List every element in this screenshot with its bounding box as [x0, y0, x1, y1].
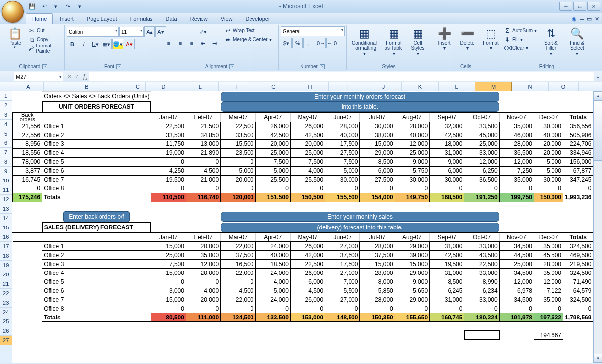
font-launcher[interactable]: ↘: [116, 64, 121, 69]
tab-view[interactable]: View: [215, 14, 239, 24]
scroll-down-button[interactable]: ▼: [594, 354, 602, 363]
orientation-button[interactable]: ⤢▾: [198, 26, 208, 37]
tab-developer[interactable]: Developer: [239, 14, 276, 24]
doc-minimize-button[interactable]: ─: [580, 16, 584, 22]
wrap-text-button[interactable]: ↩Wrap Text: [223, 26, 273, 35]
decrease-indent-button[interactable]: ⇤: [198, 38, 208, 48]
doc-restore-button[interactable]: ▭: [587, 16, 592, 22]
col-header-I[interactable]: I: [329, 82, 365, 91]
tab-home[interactable]: Home: [26, 13, 53, 24]
cancel-formula-icon[interactable]: ✕: [67, 73, 72, 80]
row-header-27[interactable]: 27: [0, 336, 12, 345]
align-right-button[interactable]: ≡: [186, 38, 197, 48]
align-bottom-button[interactable]: ≡: [186, 26, 197, 37]
format-as-table-button[interactable]: ▦Format as Table▾: [382, 26, 405, 57]
cut-button[interactable]: ✂Cut: [27, 26, 62, 35]
col-header-D[interactable]: D: [146, 82, 182, 91]
number-format-select[interactable]: General: [281, 26, 345, 36]
number-launcher[interactable]: ↘: [320, 64, 325, 69]
doc-close-button[interactable]: ✕: [595, 16, 599, 22]
expand-formula-bar[interactable]: ⌄: [594, 73, 602, 80]
row-header-13[interactable]: 13: [0, 204, 12, 214]
col-header-G[interactable]: G: [255, 82, 292, 91]
col-header-J[interactable]: J: [365, 82, 402, 91]
row-header-9[interactable]: 9: [0, 167, 12, 176]
redo-icon[interactable]: ↷: [63, 2, 72, 11]
row-header-4[interactable]: 4: [0, 120, 12, 129]
cell-grid[interactable]: Orders <> Sales <> Back Orders (Units)En…: [12, 91, 593, 363]
name-box[interactable]: M27: [14, 72, 63, 81]
format-painter-button[interactable]: 🖌Format Painter: [27, 44, 62, 52]
fill-button[interactable]: ⬇Fill▾: [503, 35, 538, 44]
col-header-K[interactable]: K: [402, 82, 439, 91]
decrease-decimal-button[interactable]: ←.0: [326, 38, 337, 48]
col-header-B[interactable]: B: [44, 82, 130, 91]
increase-decimal-button[interactable]: .0→: [315, 38, 326, 48]
help-icon[interactable]: ◉: [572, 16, 577, 22]
close-button[interactable]: ✕: [587, 2, 600, 11]
office-button[interactable]: [2, 1, 24, 23]
enter-back-orders-button[interactable]: Enter back orders b/f: [63, 211, 129, 222]
insert-cells-button[interactable]: ➕Insert▾: [433, 26, 455, 52]
row-header-25[interactable]: 25: [0, 317, 12, 326]
accounting-button[interactable]: $▾: [281, 38, 292, 48]
align-top-button[interactable]: ≡: [163, 26, 174, 37]
align-center-button[interactable]: ≡: [175, 38, 186, 48]
row-header-6[interactable]: 6: [0, 138, 12, 148]
increase-indent-button[interactable]: ⇥: [209, 38, 220, 48]
tab-review[interactable]: Review: [184, 14, 214, 24]
row-header-5[interactable]: 5: [0, 129, 12, 138]
paste-button[interactable]: 📋Paste▾: [4, 26, 26, 50]
delete-cells-button[interactable]: ➖Delete▾: [456, 26, 478, 52]
grow-font-button[interactable]: A▴: [144, 26, 155, 37]
fx-icon[interactable]: fx: [83, 72, 87, 81]
scroll-up-button[interactable]: ▲: [594, 91, 602, 100]
row-header-3[interactable]: 3: [0, 110, 12, 120]
save-icon[interactable]: 💾: [28, 2, 37, 11]
conditional-formatting-button[interactable]: ▦Conditional Formatting▾: [349, 26, 380, 57]
merge-center-button[interactable]: ⬌Merge & Center▾: [223, 35, 273, 44]
row-header-8[interactable]: 8: [0, 157, 12, 167]
tab-page-layout[interactable]: Page Layout: [81, 14, 123, 24]
formula-input[interactable]: [89, 72, 594, 81]
row-header-20[interactable]: 20: [0, 270, 12, 279]
tab-formulas[interactable]: Formulas: [124, 14, 159, 24]
row-header-15[interactable]: 15: [0, 223, 12, 232]
border-button[interactable]: ▦▾: [101, 39, 112, 49]
bold-button[interactable]: B: [67, 39, 78, 49]
row-header-19[interactable]: 19: [0, 261, 12, 270]
restore-button[interactable]: ▭: [573, 2, 586, 11]
find-select-button[interactable]: 🔍Find & Select▾: [564, 26, 590, 57]
autosum-button[interactable]: ΣAutoSum▾: [503, 26, 538, 35]
minimize-button[interactable]: ─: [559, 2, 572, 11]
col-header-L[interactable]: L: [439, 82, 475, 91]
align-middle-button[interactable]: ≡: [175, 26, 186, 37]
col-header-N[interactable]: N: [512, 82, 549, 91]
italic-button[interactable]: I: [78, 39, 89, 49]
select-all-button[interactable]: [0, 82, 13, 91]
row-header-1[interactable]: 1: [0, 91, 12, 101]
scroll-thumb[interactable]: [594, 100, 602, 161]
clipboard-launcher[interactable]: ↘: [42, 64, 47, 69]
row-header-18[interactable]: 18: [0, 251, 12, 261]
font-color-button[interactable]: A▾: [124, 39, 135, 49]
row-header-23[interactable]: 23: [0, 298, 12, 308]
undo-icon[interactable]: ↶: [40, 2, 49, 11]
col-header-C[interactable]: C: [130, 82, 146, 91]
qat-customize-icon[interactable]: ▾: [75, 2, 84, 11]
alignment-launcher[interactable]: ↘: [229, 64, 234, 69]
fill-color-button[interactable]: 🪣▾: [112, 39, 123, 49]
font-name-select[interactable]: Calibri: [67, 27, 119, 37]
row-header-16[interactable]: 16: [0, 232, 12, 242]
percent-button[interactable]: %: [292, 38, 303, 48]
font-size-select[interactable]: 11: [119, 27, 144, 37]
copy-button[interactable]: ⧉Copy: [27, 35, 62, 44]
enter-formula-icon[interactable]: ✓: [75, 73, 79, 80]
col-header-E[interactable]: E: [182, 82, 219, 91]
cell-styles-button[interactable]: ▦Cell Styles▾: [407, 26, 429, 57]
comma-button[interactable]: ,: [303, 38, 314, 48]
row-header-21[interactable]: 21: [0, 279, 12, 289]
align-left-button[interactable]: ≡: [163, 38, 174, 48]
undo-more-icon[interactable]: ▾: [51, 2, 60, 11]
sort-filter-button[interactable]: ⇅Sort & Filter▾: [539, 26, 562, 57]
